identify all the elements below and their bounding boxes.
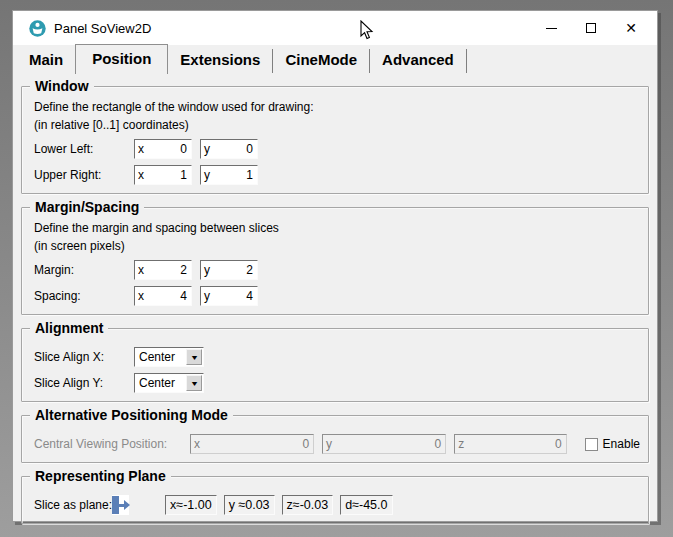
tab-content-position: Window Define the rectangle of the windo… (13, 74, 657, 524)
title-bar[interactable]: Panel SoView2D ✕ (13, 11, 657, 45)
slice-align-y-select[interactable]: Center ▼ (134, 373, 204, 393)
lower-left-label: Lower Left: (34, 142, 134, 156)
row-slice-as-plane: Slice as plane: x≈-1.00 y ≈0.03 z≈-0.03 … (34, 495, 640, 515)
field-value: 2 (180, 263, 191, 277)
maximize-icon (586, 23, 596, 33)
tab-separator (466, 49, 467, 73)
chevron-down-icon: ▼ (189, 354, 198, 361)
field-label: z (455, 437, 464, 451)
field-label: x (135, 142, 144, 156)
group-margin-desc-1: Define the margin and spacing between sl… (34, 220, 640, 236)
spacing-x-field[interactable]: x 4 (134, 286, 192, 306)
tab-main[interactable]: Main (17, 47, 75, 74)
upper-right-label: Upper Right: (34, 168, 134, 182)
slice-align-x-select[interactable]: Center ▼ (134, 347, 204, 367)
upper-right-y-field[interactable]: y 1 (200, 165, 258, 185)
row-spacing: Spacing: x 4 y 4 (34, 286, 640, 306)
central-position-z-field: z 0 (454, 434, 566, 454)
chevron-down-icon: ▼ (189, 380, 198, 387)
field-value: 2 (246, 263, 257, 277)
group-margin-desc-2: (in screen pixels) (34, 238, 640, 254)
field-label: x (135, 168, 144, 182)
tab-cinemode[interactable]: CineMode (273, 47, 369, 74)
row-slice-align-y: Slice Align Y: Center ▼ (34, 373, 640, 393)
app-logo-icon (29, 20, 46, 37)
plane-output-icon[interactable] (112, 495, 129, 515)
plane-z-field: z≈-0.03 (282, 495, 334, 515)
group-window-title: Window (30, 77, 94, 95)
central-viewing-position-label: Central Viewing Position: (34, 437, 190, 451)
close-icon: ✕ (625, 21, 637, 35)
group-alignment-title: Alignment (30, 319, 108, 337)
field-value: 0 (434, 437, 445, 451)
group-alt-positioning-title: Alternative Positioning Mode (30, 406, 233, 424)
row-slice-align-x: Slice Align X: Center ▼ (34, 347, 640, 367)
lower-left-y-field[interactable]: y 0 (200, 139, 258, 159)
margin-y-field[interactable]: y 2 (200, 260, 258, 280)
field-value: 0 (246, 142, 257, 156)
row-lower-left: Lower Left: x 0 y 0 (34, 139, 640, 159)
plane-x-field: x≈-1.00 (165, 495, 217, 515)
row-central-viewing-position: Central Viewing Position: x 0 y 0 z 0 En… (34, 434, 640, 454)
field-label: y (323, 437, 332, 451)
group-alignment: Alignment Slice Align X: Center ▼ Slice … (21, 328, 649, 402)
row-margin: Margin: x 2 y 2 (34, 260, 640, 280)
minimize-button[interactable] (531, 13, 571, 43)
lower-left-x-field[interactable]: x 0 (134, 139, 192, 159)
field-label: x (191, 437, 200, 451)
field-value: 0 (180, 142, 191, 156)
combo-dropdown-button[interactable]: ▼ (186, 349, 202, 365)
group-margin-spacing: Margin/Spacing Define the margin and spa… (21, 207, 649, 315)
enable-checkbox[interactable] (585, 438, 598, 451)
field-label: x (135, 263, 144, 277)
margin-x-field[interactable]: x 2 (134, 260, 192, 280)
plane-icon-bar (112, 496, 119, 514)
minimize-icon (546, 28, 557, 29)
field-label: y (201, 142, 210, 156)
group-representing-plane: Representing Plane Slice as plane: x≈-1.… (21, 476, 649, 524)
slice-align-y-label: Slice Align Y: (34, 376, 134, 390)
field-label: y (201, 289, 210, 303)
tab-extensions[interactable]: Extensions (168, 47, 272, 74)
group-alt-positioning: Alternative Positioning Mode Central Vie… (21, 415, 649, 463)
upper-right-x-field[interactable]: x 1 (134, 165, 192, 185)
field-value: 1 (246, 168, 257, 182)
field-value: 1 (180, 168, 191, 182)
field-value: 4 (246, 289, 257, 303)
tab-position[interactable]: Position (75, 44, 168, 74)
row-upper-right: Upper Right: x 1 y 1 (34, 165, 640, 185)
field-label: y (201, 263, 210, 277)
margin-label: Margin: (34, 263, 134, 277)
close-button[interactable]: ✕ (611, 13, 651, 43)
central-position-y-field: y 0 (322, 434, 446, 454)
window-title: Panel SoView2D (54, 21, 531, 36)
dialog-window: Panel SoView2D ✕ Main Position Extension… (12, 10, 658, 522)
spacing-y-field[interactable]: y 4 (200, 286, 258, 306)
group-window-desc-2: (in relative [0..1] coordinates) (34, 117, 640, 133)
maximize-button[interactable] (571, 13, 611, 43)
group-margin-title: Margin/Spacing (30, 198, 144, 216)
enable-label: Enable (603, 437, 640, 451)
combo-value: Center (135, 350, 186, 364)
field-value: 4 (180, 289, 191, 303)
combo-value: Center (135, 376, 186, 390)
slice-as-plane-label: Slice as plane: (34, 498, 112, 512)
group-representing-plane-title: Representing Plane (30, 467, 171, 485)
field-label: y (201, 168, 210, 182)
tab-advanced[interactable]: Advanced (370, 47, 466, 74)
field-label: x (135, 289, 144, 303)
group-window: Window Define the rectangle of the windo… (21, 86, 649, 194)
plane-d-field: d≈-45.0 (340, 495, 392, 515)
plane-y-field: y ≈0.03 (224, 495, 275, 515)
spacing-label: Spacing: (34, 289, 134, 303)
plane-icon-arrow-head (124, 500, 130, 510)
group-window-desc-1: Define the rectangle of the window used … (34, 99, 640, 115)
field-value: 0 (555, 437, 566, 451)
slice-align-x-label: Slice Align X: (34, 350, 134, 364)
tab-bar: Main Position Extensions CineMode Advanc… (13, 45, 657, 74)
combo-dropdown-button[interactable]: ▼ (186, 375, 202, 391)
enable-checkbox-group: Enable (585, 437, 640, 451)
central-position-x-field: x 0 (190, 434, 314, 454)
window-controls: ✕ (531, 13, 651, 43)
field-value: 0 (302, 437, 313, 451)
